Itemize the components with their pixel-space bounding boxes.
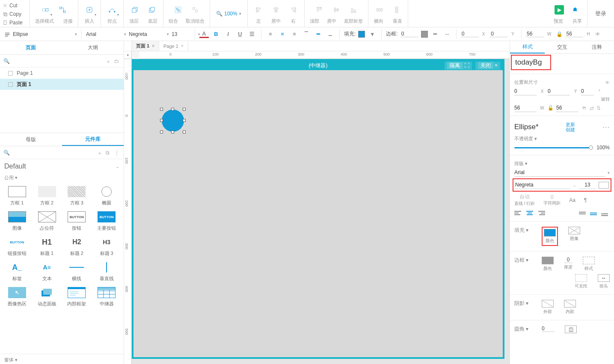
tab-notes[interactable]: 注释 xyxy=(579,41,614,53)
connect-button[interactable] xyxy=(56,4,68,16)
share-button[interactable] xyxy=(569,4,581,16)
page-item[interactable]: Page 1 xyxy=(0,68,124,79)
create-style-button[interactable]: 创建 xyxy=(566,127,575,132)
selected-ellipse[interactable] xyxy=(160,108,186,133)
library-category[interactable]: 公用 ▾ xyxy=(0,174,124,182)
visibility-icon[interactable]: 👁 xyxy=(605,80,610,85)
valign-mid-button[interactable]: ━ xyxy=(314,30,323,39)
shadow-inner[interactable] xyxy=(564,300,576,308)
select-mode-button[interactable]: ▾ xyxy=(39,4,51,16)
font-dropdown[interactable] xyxy=(514,169,605,177)
italic-button[interactable]: I xyxy=(223,30,233,39)
canvas-tab[interactable]: 页面 1× xyxy=(132,41,159,51)
login-button[interactable]: 登录 xyxy=(587,0,614,27)
tab-library[interactable]: 元件库 xyxy=(62,133,124,146)
widget-name-input[interactable]: todayBg xyxy=(512,56,550,69)
shape-placeholder[interactable]: 占位符 xyxy=(33,210,62,233)
tab-masters[interactable]: 母版 xyxy=(0,133,62,146)
zoom-control[interactable]: 🔍 100% ▾ xyxy=(210,0,248,27)
align-vcenter-button[interactable] xyxy=(330,4,342,16)
font-dropdown[interactable]: Arial▾ xyxy=(86,29,126,39)
text-color-swatch[interactable] xyxy=(599,182,609,189)
add-icon[interactable]: ＋ xyxy=(97,150,103,156)
shape-link-button[interactable]: BUTTON链接按钮 xyxy=(3,235,32,258)
templates-icon[interactable]: ⧉ xyxy=(106,150,112,156)
flip-v-icon[interactable]: ⇅ xyxy=(596,105,601,111)
valign-top[interactable] xyxy=(579,209,587,217)
canvas[interactable]: (中继器) 隔离 ⛶ 关闭 × xyxy=(132,59,510,364)
close-icon[interactable]: × xyxy=(152,44,154,48)
text-case-icon[interactable]: Aa xyxy=(569,197,575,203)
shape-hotspot[interactable]: ↖图像热区 xyxy=(3,285,32,309)
copy-button[interactable]: Copy xyxy=(3,10,30,18)
shape-type-dropdown[interactable]: Ellipse ▾ xyxy=(4,29,77,39)
bring-front-button[interactable] xyxy=(129,4,141,16)
size-dropdown[interactable]: 13▾ xyxy=(172,29,190,39)
align-left-button[interactable] xyxy=(253,4,265,16)
lock-icon[interactable]: 🔒 xyxy=(556,31,563,37)
tab-pages[interactable]: 页面 xyxy=(0,41,62,54)
fill-image-swatch[interactable] xyxy=(568,227,580,234)
isolate-button[interactable]: 隔离 ⛶ xyxy=(445,62,472,70)
shadow-outer[interactable] xyxy=(542,300,554,308)
paste-button[interactable]: Paste xyxy=(3,19,30,27)
dist-h-button[interactable] xyxy=(374,4,386,16)
border-swatch[interactable] xyxy=(421,31,428,38)
y-input[interactable] xyxy=(548,87,570,95)
valign-top-button[interactable]: ⎺ xyxy=(302,30,311,39)
h-input[interactable] xyxy=(556,104,578,112)
border-arrows[interactable]: ↔ xyxy=(598,274,610,282)
shape-h2[interactable]: H2标题 2 xyxy=(62,235,92,258)
close-icon[interactable]: × xyxy=(181,44,184,48)
x-input[interactable]: 0 xyxy=(461,31,479,37)
shape-button[interactable]: BUTTON按钮 xyxy=(62,210,92,233)
corner-radius-input[interactable]: 0 xyxy=(542,326,555,332)
text-options-icon[interactable]: ¶ xyxy=(584,197,587,203)
tab-interactions[interactable]: 交互 xyxy=(545,41,579,53)
style-more-icon[interactable]: ⋯ xyxy=(602,123,610,132)
ungroup-button[interactable] xyxy=(189,4,201,16)
group-button[interactable] xyxy=(172,4,184,16)
border-style-swatch[interactable] xyxy=(583,257,595,264)
opacity-slider[interactable] xyxy=(514,147,593,148)
size-input[interactable] xyxy=(579,181,596,189)
add-page-icon[interactable]: ＋ xyxy=(106,58,112,64)
tab-outline[interactable]: 大纲 xyxy=(62,41,124,54)
align-right-text-button[interactable]: ≡ xyxy=(290,30,299,39)
visibility-icon[interactable]: 👁 xyxy=(595,31,600,37)
weight-dropdown[interactable]: Negreta▾ xyxy=(129,29,169,39)
arrow-style-button[interactable]: ↔ xyxy=(442,30,452,39)
page-search-input[interactable] xyxy=(12,58,103,64)
align-hcenter-button[interactable] xyxy=(270,4,282,16)
shape-box1[interactable]: 方框 1 xyxy=(3,184,32,208)
align-top-button[interactable] xyxy=(313,4,325,16)
w-input[interactable] xyxy=(514,104,537,112)
points-button[interactable]: ▾ xyxy=(106,4,118,16)
dist-v-button[interactable] xyxy=(391,4,403,16)
valign-bot[interactable] xyxy=(601,209,610,217)
w-input[interactable]: 56 xyxy=(526,31,544,37)
folder-icon[interactable]: 🗀 xyxy=(114,58,120,64)
fill-color-swatch[interactable] xyxy=(544,229,556,237)
shape-vline[interactable]: 垂直线 xyxy=(92,260,121,284)
rotation-input[interactable] xyxy=(581,87,594,95)
shape-ellipse[interactable]: 椭圆 xyxy=(92,184,121,208)
text-align-left[interactable] xyxy=(514,209,523,217)
shape-box2[interactable]: 方框 2 xyxy=(33,184,62,208)
line-style-button[interactable]: ━ xyxy=(430,30,440,39)
canvas-tab[interactable]: Page 1× xyxy=(159,41,188,51)
valign-bot-button[interactable]: ⎽ xyxy=(326,30,335,39)
corner-options[interactable]: ◫ xyxy=(565,326,577,333)
align-bottom-button[interactable] xyxy=(347,4,359,16)
border-thickness-input[interactable]: 0 xyxy=(564,257,572,263)
send-back-button[interactable] xyxy=(146,4,158,16)
lock-icon[interactable]: 🔓 xyxy=(548,105,554,111)
shape-label[interactable]: A_标签 xyxy=(3,260,32,284)
align-center-text-button[interactable]: ≡ xyxy=(278,30,287,39)
shape-style-name[interactable]: Ellipse* xyxy=(514,123,539,131)
align-left-text-button[interactable]: ≡ xyxy=(266,30,275,39)
close-button[interactable]: 关闭 × xyxy=(475,62,500,70)
shape-dpanel[interactable]: 动态面板 xyxy=(33,285,62,309)
border-visibility[interactable] xyxy=(575,274,587,282)
fill-more-button[interactable]: ▾ xyxy=(368,30,377,39)
